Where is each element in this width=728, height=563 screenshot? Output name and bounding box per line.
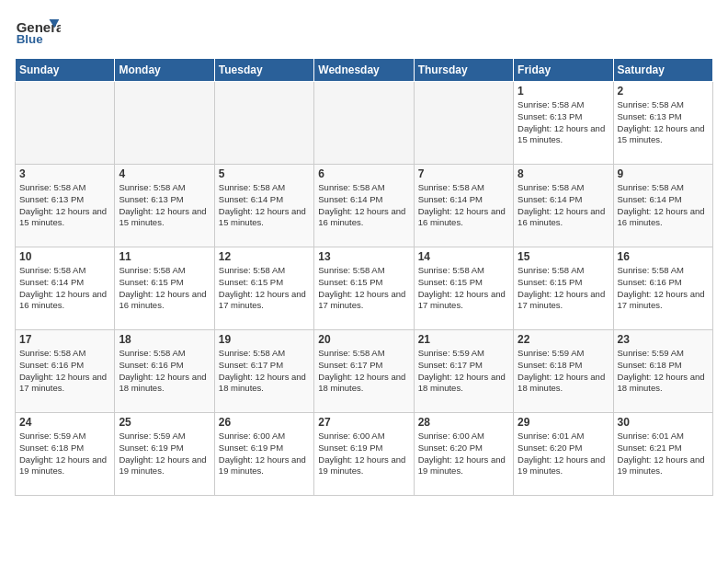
day-number: 28 bbox=[418, 416, 509, 429]
calendar-cell: 13Sunrise: 5:58 AM Sunset: 6:15 PM Dayli… bbox=[314, 247, 414, 330]
calendar-cell: 6Sunrise: 5:58 AM Sunset: 6:14 PM Daylig… bbox=[314, 165, 414, 247]
calendar: SundayMondayTuesdayWednesdayThursdayFrid… bbox=[15, 58, 713, 496]
day-info: Sunrise: 5:58 AM Sunset: 6:15 PM Dayligh… bbox=[219, 265, 310, 312]
calendar-cell: 7Sunrise: 5:58 AM Sunset: 6:14 PM Daylig… bbox=[414, 165, 513, 247]
day-info: Sunrise: 5:59 AM Sunset: 6:18 PM Dayligh… bbox=[19, 431, 110, 477]
calendar-cell bbox=[214, 82, 313, 165]
weekday-header-saturday: Saturday bbox=[613, 59, 712, 82]
calendar-cell: 10Sunrise: 5:58 AM Sunset: 6:14 PM Dayli… bbox=[16, 247, 115, 330]
day-info: Sunrise: 5:58 AM Sunset: 6:14 PM Dayligh… bbox=[618, 182, 709, 229]
calendar-cell: 22Sunrise: 5:59 AM Sunset: 6:18 PM Dayli… bbox=[514, 330, 613, 413]
calendar-cell: 25Sunrise: 5:59 AM Sunset: 6:19 PM Dayli… bbox=[115, 413, 214, 496]
calendar-cell: 29Sunrise: 6:01 AM Sunset: 6:20 PM Dayli… bbox=[514, 413, 613, 496]
calendar-cell: 16Sunrise: 5:58 AM Sunset: 6:16 PM Dayli… bbox=[613, 247, 712, 330]
day-info: Sunrise: 5:58 AM Sunset: 6:16 PM Dayligh… bbox=[618, 265, 709, 312]
day-number: 22 bbox=[518, 333, 609, 346]
day-number: 2 bbox=[618, 85, 709, 98]
day-info: Sunrise: 5:58 AM Sunset: 6:15 PM Dayligh… bbox=[418, 265, 509, 312]
day-info: Sunrise: 5:59 AM Sunset: 6:17 PM Dayligh… bbox=[418, 348, 509, 395]
calendar-cell: 1Sunrise: 5:58 AM Sunset: 6:13 PM Daylig… bbox=[514, 82, 613, 165]
calendar-cell: 24Sunrise: 5:59 AM Sunset: 6:18 PM Dayli… bbox=[16, 413, 115, 496]
day-info: Sunrise: 5:58 AM Sunset: 6:17 PM Dayligh… bbox=[318, 348, 409, 395]
calendar-cell: 23Sunrise: 5:59 AM Sunset: 6:18 PM Dayli… bbox=[613, 330, 712, 413]
calendar-cell: 19Sunrise: 5:58 AM Sunset: 6:17 PM Dayli… bbox=[214, 330, 313, 413]
weekday-header-thursday: Thursday bbox=[414, 59, 513, 82]
calendar-cell: 30Sunrise: 6:01 AM Sunset: 6:21 PM Dayli… bbox=[613, 413, 712, 496]
logo-icon: GeneralBlue bbox=[15, 15, 61, 47]
calendar-cell: 26Sunrise: 6:00 AM Sunset: 6:19 PM Dayli… bbox=[214, 413, 313, 496]
page-header: GeneralBlue bbox=[15, 15, 713, 47]
day-number: 3 bbox=[19, 167, 110, 180]
day-number: 26 bbox=[219, 416, 310, 429]
weekday-header-tuesday: Tuesday bbox=[214, 59, 313, 82]
logo: GeneralBlue bbox=[15, 15, 63, 47]
calendar-cell: 4Sunrise: 5:58 AM Sunset: 6:13 PM Daylig… bbox=[115, 165, 214, 247]
day-number: 7 bbox=[418, 167, 509, 180]
day-number: 12 bbox=[219, 250, 310, 263]
day-info: Sunrise: 6:01 AM Sunset: 6:21 PM Dayligh… bbox=[618, 431, 709, 477]
day-info: Sunrise: 5:58 AM Sunset: 6:14 PM Dayligh… bbox=[418, 182, 509, 229]
day-number: 30 bbox=[618, 416, 709, 429]
day-number: 8 bbox=[518, 167, 609, 180]
calendar-cell: 11Sunrise: 5:58 AM Sunset: 6:15 PM Dayli… bbox=[115, 247, 214, 330]
week-row-5: 24Sunrise: 5:59 AM Sunset: 6:18 PM Dayli… bbox=[16, 413, 713, 496]
day-info: Sunrise: 5:58 AM Sunset: 6:13 PM Dayligh… bbox=[119, 182, 210, 229]
calendar-cell: 27Sunrise: 6:00 AM Sunset: 6:19 PM Dayli… bbox=[314, 413, 414, 496]
weekday-header-wednesday: Wednesday bbox=[314, 59, 414, 82]
day-number: 18 bbox=[119, 333, 210, 346]
day-number: 21 bbox=[418, 333, 509, 346]
day-info: Sunrise: 5:58 AM Sunset: 6:14 PM Dayligh… bbox=[219, 182, 310, 229]
calendar-cell: 21Sunrise: 5:59 AM Sunset: 6:17 PM Dayli… bbox=[414, 330, 513, 413]
day-info: Sunrise: 5:58 AM Sunset: 6:15 PM Dayligh… bbox=[119, 265, 210, 312]
day-info: Sunrise: 5:58 AM Sunset: 6:13 PM Dayligh… bbox=[618, 99, 709, 146]
day-info: Sunrise: 5:58 AM Sunset: 6:15 PM Dayligh… bbox=[518, 265, 609, 312]
day-info: Sunrise: 5:58 AM Sunset: 6:13 PM Dayligh… bbox=[19, 182, 110, 229]
day-info: Sunrise: 6:01 AM Sunset: 6:20 PM Dayligh… bbox=[518, 431, 609, 477]
day-number: 24 bbox=[19, 416, 110, 429]
calendar-cell: 15Sunrise: 5:58 AM Sunset: 6:15 PM Dayli… bbox=[514, 247, 613, 330]
calendar-cell: 20Sunrise: 5:58 AM Sunset: 6:17 PM Dayli… bbox=[314, 330, 414, 413]
day-info: Sunrise: 5:58 AM Sunset: 6:14 PM Dayligh… bbox=[518, 182, 609, 229]
day-number: 16 bbox=[618, 250, 709, 263]
calendar-cell: 2Sunrise: 5:58 AM Sunset: 6:13 PM Daylig… bbox=[613, 82, 712, 165]
calendar-cell: 18Sunrise: 5:58 AM Sunset: 6:16 PM Dayli… bbox=[115, 330, 214, 413]
calendar-cell: 8Sunrise: 5:58 AM Sunset: 6:14 PM Daylig… bbox=[514, 165, 613, 247]
calendar-cell bbox=[16, 82, 115, 165]
day-number: 29 bbox=[518, 416, 609, 429]
day-info: Sunrise: 5:58 AM Sunset: 6:15 PM Dayligh… bbox=[318, 265, 409, 312]
day-number: 27 bbox=[318, 416, 409, 429]
day-number: 4 bbox=[119, 167, 210, 180]
day-number: 6 bbox=[318, 167, 409, 180]
week-row-2: 3Sunrise: 5:58 AM Sunset: 6:13 PM Daylig… bbox=[16, 165, 713, 247]
day-number: 20 bbox=[318, 333, 409, 346]
day-info: Sunrise: 5:58 AM Sunset: 6:13 PM Dayligh… bbox=[518, 99, 609, 146]
day-number: 23 bbox=[618, 333, 709, 346]
calendar-cell bbox=[314, 82, 414, 165]
day-info: Sunrise: 6:00 AM Sunset: 6:19 PM Dayligh… bbox=[219, 431, 310, 477]
calendar-cell: 17Sunrise: 5:58 AM Sunset: 6:16 PM Dayli… bbox=[16, 330, 115, 413]
day-info: Sunrise: 5:58 AM Sunset: 6:16 PM Dayligh… bbox=[19, 348, 110, 395]
day-number: 1 bbox=[518, 85, 609, 98]
calendar-cell: 5Sunrise: 5:58 AM Sunset: 6:14 PM Daylig… bbox=[214, 165, 313, 247]
day-info: Sunrise: 5:59 AM Sunset: 6:18 PM Dayligh… bbox=[618, 348, 709, 395]
day-info: Sunrise: 6:00 AM Sunset: 6:19 PM Dayligh… bbox=[318, 431, 409, 477]
day-number: 5 bbox=[219, 167, 310, 180]
day-number: 10 bbox=[19, 250, 110, 263]
weekday-header-monday: Monday bbox=[115, 59, 214, 82]
day-info: Sunrise: 5:58 AM Sunset: 6:14 PM Dayligh… bbox=[19, 265, 110, 312]
svg-text:Blue: Blue bbox=[17, 32, 43, 46]
calendar-cell: 12Sunrise: 5:58 AM Sunset: 6:15 PM Dayli… bbox=[214, 247, 313, 330]
week-row-3: 10Sunrise: 5:58 AM Sunset: 6:14 PM Dayli… bbox=[16, 247, 713, 330]
day-number: 19 bbox=[219, 333, 310, 346]
calendar-cell: 28Sunrise: 6:00 AM Sunset: 6:20 PM Dayli… bbox=[414, 413, 513, 496]
weekday-header-sunday: Sunday bbox=[16, 59, 115, 82]
day-number: 17 bbox=[19, 333, 110, 346]
weekday-header-row: SundayMondayTuesdayWednesdayThursdayFrid… bbox=[16, 59, 713, 82]
day-info: Sunrise: 5:58 AM Sunset: 6:17 PM Dayligh… bbox=[219, 348, 310, 395]
week-row-1: 1Sunrise: 5:58 AM Sunset: 6:13 PM Daylig… bbox=[16, 82, 713, 165]
weekday-header-friday: Friday bbox=[514, 59, 613, 82]
calendar-cell: 3Sunrise: 5:58 AM Sunset: 6:13 PM Daylig… bbox=[16, 165, 115, 247]
day-info: Sunrise: 6:00 AM Sunset: 6:20 PM Dayligh… bbox=[418, 431, 509, 477]
day-number: 15 bbox=[518, 250, 609, 263]
calendar-cell: 14Sunrise: 5:58 AM Sunset: 6:15 PM Dayli… bbox=[414, 247, 513, 330]
